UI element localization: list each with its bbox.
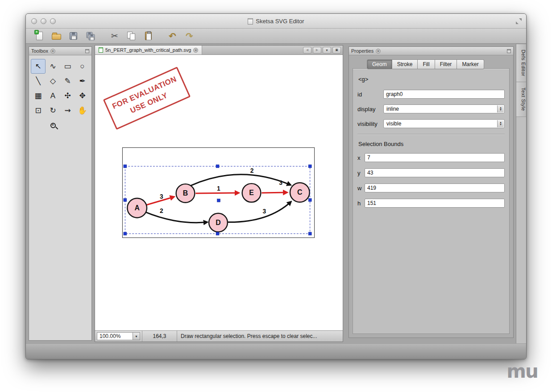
visibility-select[interactable]: visible ▲▼ [383,119,505,128]
redo-button[interactable]: ↷ [182,30,197,42]
paste-button[interactable] [141,30,156,42]
connector-icon: ⇝ [64,107,71,114]
tool-zoom[interactable] [46,118,60,133]
bounds-y-input[interactable] [365,168,505,177]
tool-lasso[interactable]: ∿ [46,59,60,74]
bounds-h-label: h [357,200,365,207]
visibility-label: visibility [357,121,383,127]
id-input[interactable] [383,90,505,99]
tool-move[interactable]: ✥ [75,88,90,103]
document-tab[interactable]: 5n_PERT_graph_with_critical_path.svg ✕ [95,46,202,54]
save-all-button[interactable] [83,30,98,42]
plus-badge-icon: + [34,30,39,34]
copy-button[interactable] [124,30,139,42]
toolbox-close-icon[interactable]: ✕ [50,49,55,54]
open-folder-icon [52,34,61,40]
tool-pencil[interactable]: ✎ [60,74,75,88]
minimize-window-button[interactable] [41,18,46,24]
tool-polygon[interactable]: ◇ [46,74,60,88]
tool-ellipse[interactable]: ○ [75,59,90,74]
selection-handle-sw[interactable] [124,232,127,235]
text-style-tab[interactable]: Text Style [516,82,526,117]
zoom-window-button[interactable] [50,18,56,24]
zoom-combo[interactable]: 100.00% ▼ [95,331,142,342]
selection-handle-n[interactable] [216,165,219,168]
rectangle-icon: ▭ [64,63,71,70]
document-tab-close-icon[interactable]: ✕ [193,48,198,53]
zoom-dropdown-icon[interactable]: ▼ [133,332,140,340]
zoom-value[interactable]: 100.00% [97,332,133,340]
side-panel-strip: Defs Editor Text Style [516,44,526,343]
tool-rectangle[interactable]: ▭ [60,59,75,74]
tool-transform[interactable]: ⊡ [31,103,46,118]
edge-B-E[interactable] [195,193,238,193]
edge-label-D-C: 3 [262,208,266,215]
bounds-x-input[interactable] [365,153,505,162]
undo-icon: ↶ [169,32,176,41]
main-toolbar: + ✂ ↶ ↷ [26,29,526,44]
macupdate-logo: mu [506,360,538,382]
edge-A-D[interactable] [145,212,207,223]
bounds-w-input[interactable] [365,183,505,192]
pert-graph-svg[interactable]: 3 2 1 2 3 3 A B E C D [95,55,343,330]
selection-handle-w[interactable] [124,198,127,201]
cut-icon: ✂ [111,32,118,40]
rotate-icon: ↻ [50,107,56,114]
bounds-x-label: x [357,154,365,161]
tab-marker[interactable]: Marker [457,59,484,69]
tool-pen[interactable]: ✒ [75,74,90,88]
document-area: 5n_PERT_graph_with_critical_path.svg ✕ ◀… [95,45,343,342]
tool-pan[interactable]: ✋ [75,103,90,118]
pan-icon: ✋ [78,107,87,114]
selection-handle-e[interactable] [308,198,311,201]
new-file-button[interactable]: + [32,30,47,42]
properties-title: Properties [351,48,374,54]
tool-line[interactable]: ╲ [31,74,46,88]
properties-header: Properties ✕ [349,47,513,55]
tool-image[interactable]: ▦ [31,88,46,103]
tab-scroll-right-button[interactable]: ▶ [313,47,321,54]
close-window-button[interactable] [31,18,37,24]
tool-rotate[interactable]: ↻ [46,103,60,118]
open-file-button[interactable] [49,30,64,42]
fullscreen-icon[interactable] [516,18,522,24]
properties-panel: Properties ✕ Geom Stroke Fill Filter Mar… [349,46,514,338]
tool-grid: ↖ ∿ ▭ ○ ╲ ◇ ✎ ✒ ▦ A ✣ ✥ ⊡ ↻ ⇝ ✋ [31,59,90,133]
tool-edit-points[interactable]: ✣ [60,88,75,103]
selection-handle-nw[interactable] [124,165,127,168]
tab-scroll-left-button[interactable]: ◀ [303,47,311,54]
toolbox-panel: Toolbox ✕ ↖ ∿ ▭ ○ ╲ ◇ ✎ ✒ ▦ A ✣ ✥ ⊡ ↻ ⇝ … [29,46,92,341]
bounds-w-label: w [357,185,365,192]
properties-dock-icon[interactable] [507,49,511,53]
pen-icon: ✒ [79,77,85,85]
selection-handle-se[interactable] [308,232,311,235]
edge-D-C[interactable] [228,202,291,222]
tab-stroke[interactable]: Stroke [392,59,418,69]
tool-text[interactable]: A [46,88,60,103]
drawing-canvas[interactable]: FOR EVALUATION USE ONLY [95,55,343,330]
edge-E-C[interactable] [261,192,287,193]
bounds-h-input[interactable] [365,199,505,208]
selection-handle-center[interactable] [217,199,220,202]
edge-B-C[interactable] [190,175,291,186]
tool-select[interactable]: ↖ [31,59,46,74]
edge-label-B-E: 1 [217,185,220,192]
undo-button[interactable]: ↶ [165,30,180,42]
save-file-button[interactable] [66,30,81,42]
defs-editor-tab[interactable]: Defs Editor [516,44,526,82]
selection-handle-s[interactable] [216,232,219,235]
selection-handle-ne[interactable] [308,165,311,168]
tool-connector[interactable]: ⇝ [60,103,75,118]
tab-filter[interactable]: Filter [435,59,457,69]
tab-list-button[interactable]: ▼ [323,47,331,54]
properties-close-icon[interactable]: ✕ [376,49,381,54]
paste-icon [145,32,152,40]
tab-fill[interactable]: Fill [418,59,435,69]
display-select[interactable]: inline ▲▼ [383,104,505,113]
transform-icon: ⊡ [35,107,41,114]
title-bar[interactable]: Sketsa SVG Editor [26,14,526,29]
tab-geom[interactable]: Geom [367,59,392,69]
cut-button[interactable]: ✂ [107,30,122,42]
maximize-view-button[interactable]: ▣ [332,47,341,54]
toolbox-dock-icon[interactable] [85,49,89,53]
